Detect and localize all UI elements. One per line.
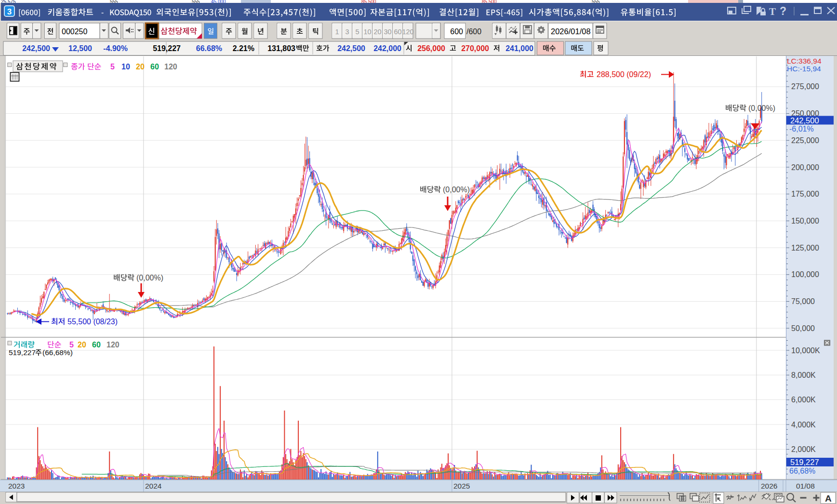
svg-text:100,000: 100,000: [791, 270, 819, 279]
svg-text:131,803: 131,803: [267, 44, 295, 53]
svg-text:66.68%: 66.68%: [196, 44, 222, 53]
svg-text:175,000: 175,000: [791, 190, 819, 198]
svg-text:200,000: 200,000: [791, 163, 819, 172]
svg-text:242,500: 242,500: [790, 116, 819, 125]
svg-text:120: 120: [164, 63, 177, 71]
svg-text:55,500 (08/23): 55,500 (08/23): [67, 318, 118, 326]
svg-text:8,000K: 8,000K: [791, 371, 816, 379]
svg-text:6,000K: 6,000K: [791, 396, 816, 404]
svg-text:2026: 2026: [761, 482, 777, 490]
svg-text:2,000K: 2,000K: [791, 445, 816, 453]
svg-text:(0,00%): (0,00%): [443, 186, 470, 194]
svg-text:2026/01/08: 2026/01/08: [551, 27, 591, 36]
svg-text:5: 5: [110, 63, 115, 71]
svg-text:3: 3: [345, 28, 349, 36]
svg-text:150,000: 150,000: [791, 217, 819, 225]
svg-text:225,000: 225,000: [791, 136, 819, 145]
svg-text:-6,01%: -6,01%: [789, 125, 814, 133]
svg-text:(66,68%): (66,68%): [42, 348, 73, 357]
svg-text:60: 60: [150, 63, 159, 71]
svg-text:10: 10: [121, 63, 130, 71]
svg-text:125,000: 125,000: [791, 244, 819, 252]
svg-text:?: ?: [780, 5, 786, 17]
svg-text:HC:-15,94: HC:-15,94: [787, 65, 821, 73]
svg-text:A: A: [825, 493, 832, 504]
svg-text:242,500: 242,500: [337, 44, 365, 53]
svg-text:242,000: 242,000: [373, 44, 401, 53]
svg-text:75,000: 75,000: [791, 297, 815, 305]
svg-text:12,500: 12,500: [68, 44, 92, 53]
svg-text:5: 5: [69, 341, 74, 349]
svg-text:000250: 000250: [62, 27, 87, 36]
svg-text:242,500: 242,500: [22, 44, 50, 53]
svg-text:20: 20: [78, 341, 86, 349]
svg-text:01/08: 01/08: [796, 482, 815, 490]
svg-text:2.21%: 2.21%: [233, 44, 254, 53]
svg-text:241,000: 241,000: [505, 44, 533, 53]
svg-text:LC:336,94: LC:336,94: [787, 57, 822, 65]
svg-text:/600: /600: [466, 27, 481, 36]
svg-text:10,000K: 10,000K: [791, 346, 820, 355]
svg-text:519,227: 519,227: [790, 458, 819, 466]
svg-text:50,000: 50,000: [791, 324, 815, 332]
svg-text:66,68%: 66,68%: [789, 467, 815, 475]
svg-text:270,000: 270,000: [461, 44, 489, 53]
svg-text:4,000K: 4,000K: [791, 421, 816, 429]
svg-text:256,000: 256,000: [417, 44, 445, 53]
svg-text:2025: 2025: [453, 482, 470, 490]
svg-text:519,227: 519,227: [153, 44, 181, 53]
svg-text:5: 5: [355, 28, 359, 36]
svg-text:10: 10: [363, 28, 371, 36]
svg-text:30: 30: [384, 28, 391, 36]
svg-text:20: 20: [136, 63, 145, 71]
svg-text:-4.90%: -4.90%: [103, 44, 128, 53]
svg-text:60: 60: [394, 28, 401, 36]
svg-text:T: T: [769, 6, 776, 17]
svg-text:1: 1: [335, 28, 339, 36]
svg-text:288,500 (09/22): 288,500 (09/22): [597, 70, 651, 79]
svg-text:20: 20: [373, 28, 381, 36]
svg-text:(0,00%): (0,00%): [136, 274, 163, 282]
svg-text:60: 60: [92, 341, 101, 349]
svg-text:275,000: 275,000: [791, 82, 819, 91]
svg-text:600: 600: [450, 27, 463, 36]
svg-text:(0,00%): (0,00%): [748, 104, 775, 112]
svg-text:120: 120: [402, 28, 413, 36]
svg-text:2024: 2024: [145, 482, 162, 490]
svg-text:120: 120: [106, 341, 120, 349]
svg-text:2023: 2023: [8, 482, 25, 490]
svg-text:3: 3: [7, 7, 12, 16]
svg-text:519,227: 519,227: [9, 348, 36, 357]
